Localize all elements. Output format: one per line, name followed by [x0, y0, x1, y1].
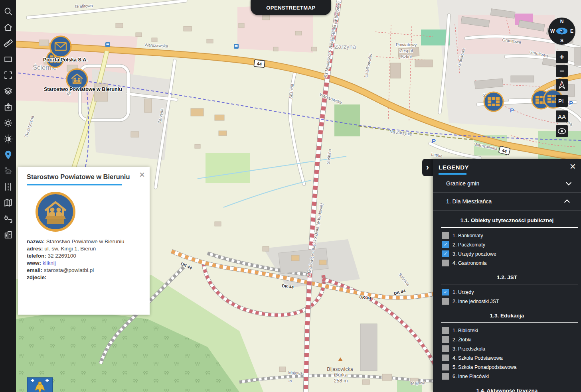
coat-of-arms	[27, 378, 53, 392]
checkbox-unchecked[interactable]	[442, 298, 449, 305]
checkbox-unchecked[interactable]	[442, 260, 449, 266]
popup-fields: nazwa: Starostwo Powiatowe w Bieruniu ad…	[27, 238, 141, 281]
compass-rose[interactable]: N W E S	[548, 18, 575, 45]
streets-icon[interactable]	[0, 179, 16, 195]
legend-section-title-2: 1.2. JST	[433, 274, 581, 280]
label-marker-poczta: Poczta Polska S.A.	[43, 57, 88, 63]
chevron-up-icon	[564, 199, 570, 205]
checkbox-unchecked[interactable]	[442, 327, 449, 334]
label-peak-3: 258 m	[334, 378, 348, 384]
home-icon[interactable]	[0, 19, 16, 35]
label-marker-starostwo: Starostwo Powiatowe w Bieruniu	[44, 87, 122, 92]
contrast-icon[interactable]	[0, 131, 16, 147]
label-school-3: Szkół	[401, 54, 412, 59]
svg-text:44: 44	[257, 61, 262, 66]
item-label: 2. Inne jednostki JST	[453, 299, 499, 304]
legend-item-urzedy[interactable]: ✓ 1. Urzędy	[433, 288, 581, 297]
checkbox-unchecked[interactable]	[442, 345, 449, 352]
item-label: 2. Paczkomaty	[453, 242, 485, 248]
north-arrow-button[interactable]	[556, 79, 568, 91]
item-label: 2. Żłobki	[453, 337, 471, 343]
field-www: www: kliknij	[27, 260, 141, 267]
checkbox-unchecked[interactable]	[442, 336, 449, 343]
checkbox-unchecked[interactable]	[442, 373, 449, 380]
left-toolbar	[0, 0, 16, 392]
feature-popup: × Starostwo Powiatowe w Bieruniu nazwa: …	[18, 167, 150, 315]
checkbox-checked[interactable]: ✓	[442, 250, 449, 257]
checkbox-checked[interactable]: ✓	[442, 289, 449, 295]
item-label: 1. Bankomaty	[453, 233, 483, 238]
legend-item-przedszkola[interactable]: 3. Przedszkola	[433, 344, 581, 353]
legend-item-szkola-ponadpodstawowa[interactable]: 5. Szkoła Ponadpodstawowa	[433, 362, 581, 372]
basemap-selector[interactable]: OPENSTREETMAP	[251, 0, 331, 15]
label-school-1: Powiatowy	[396, 42, 417, 47]
section-divider	[441, 284, 578, 284]
measure-icon[interactable]	[0, 35, 16, 51]
buildings-icon[interactable]	[0, 227, 16, 242]
field-telefon: telefon: 32 2269100	[27, 252, 141, 260]
utilities-icon[interactable]	[0, 211, 16, 227]
legend-section-title-3: 1.3. Edukacja	[433, 313, 581, 319]
legend-item-inne-jednostki[interactable]: 2. Inne jednostki JST	[433, 297, 581, 306]
legend-item-zlobki[interactable]: 2. Żłobki	[433, 335, 581, 344]
checkbox-unchecked[interactable]	[442, 232, 449, 239]
gis-portal: { "basemap": { "label": "OPENSTREETMAP" …	[0, 0, 581, 392]
compass-e: E	[570, 28, 573, 34]
www-link[interactable]: kliknij	[43, 260, 56, 266]
legend-item-urzedy-pocztowe[interactable]: ✓ 3. Urzędy pocztowe	[433, 249, 581, 258]
eye-icon	[555, 27, 569, 35]
compass-s: S	[560, 38, 563, 43]
fullscreen-icon[interactable]	[0, 67, 16, 83]
group-label: 1. Dla Mieszkańca	[446, 198, 492, 205]
legend-item-gastronomia[interactable]: 4. Gastronomia	[433, 258, 581, 268]
item-label: 3. Urzędy pocztowe	[453, 251, 496, 257]
label-peak-2: Górka	[334, 372, 348, 378]
north-arrow-icon	[558, 81, 566, 89]
item-label: 1. Urzędy	[453, 290, 474, 295]
legend-group-dla-mieszkanca[interactable]: 1. Dla Mieszkańca	[433, 193, 581, 211]
legend-close-icon[interactable]: ×	[570, 161, 576, 171]
legend-header: LEGENDY ×	[433, 159, 581, 175]
checkbox-checked[interactable]: ✓	[442, 241, 449, 248]
legend-item-szkola-podstawowa[interactable]: 4. Szkoła Podstawowa	[433, 353, 581, 362]
language-button[interactable]: PL	[556, 95, 568, 107]
legend-item-paczkomaty[interactable]: ✓ 2. Paczkomaty	[433, 240, 581, 249]
field-zdjecie: zdjecie:	[27, 274, 141, 281]
group-label: Granice gmin	[446, 180, 479, 187]
legend-item-biblioteki[interactable]: 1. Biblioteki	[433, 326, 581, 335]
marker-paczkomat-1[interactable]	[484, 92, 503, 111]
legend-item-inne-placowki[interactable]: 6. Inne Placówki	[433, 372, 581, 381]
font-size-button[interactable]: AA	[556, 110, 568, 122]
marker-poczta-polska[interactable]	[50, 36, 71, 57]
legend-group-granice-gmin[interactable]: Granice gmin	[433, 175, 581, 193]
section-divider	[441, 322, 578, 323]
compass-w: W	[550, 28, 555, 34]
item-label: 6. Inne Placówki	[453, 374, 489, 379]
export-map-icon[interactable]	[0, 99, 16, 115]
parcel-home-icon[interactable]	[0, 163, 16, 179]
layers-icon[interactable]	[0, 83, 16, 99]
label-parking-2: P	[432, 138, 436, 144]
location-pin-icon[interactable]	[0, 147, 16, 163]
eye-outline-icon	[557, 128, 566, 134]
label-majowa-1: Majowa	[288, 370, 303, 376]
legend-collapse-tab[interactable]: ›	[422, 159, 433, 176]
legend-item-bankomaty[interactable]: 1. Bankomaty	[433, 231, 581, 240]
settings-gear-icon[interactable]	[0, 115, 16, 131]
map-sheet-icon[interactable]	[0, 195, 16, 211]
popup-close-icon[interactable]: ×	[139, 170, 145, 179]
legend-section-title-4: 1.4. Aktywność fizyczna	[433, 388, 581, 392]
checkbox-unchecked[interactable]	[442, 355, 449, 361]
label-grafitowa: Grafitowa	[75, 3, 93, 9]
search-icon[interactable]	[0, 3, 16, 19]
field-nazwa: nazwa: Starostwo Powiatowe w Bieruniu	[27, 238, 141, 245]
visibility-button[interactable]	[556, 125, 568, 137]
zoom-out-button[interactable]: −	[556, 65, 568, 77]
legend-section-title-1: 1.1. Obiekty użyteczności publicznej	[433, 217, 581, 223]
rectangle-select-icon[interactable]	[0, 51, 16, 67]
checkbox-unchecked[interactable]	[442, 364, 449, 370]
popup-title: Starostwo Powiatowe w Bieruniu	[27, 173, 141, 181]
field-adres: adres: ul. św. Kingi 1, Bieruń	[27, 245, 141, 252]
zoom-in-button[interactable]: +	[556, 51, 568, 63]
item-label: 1. Biblioteki	[453, 328, 478, 333]
